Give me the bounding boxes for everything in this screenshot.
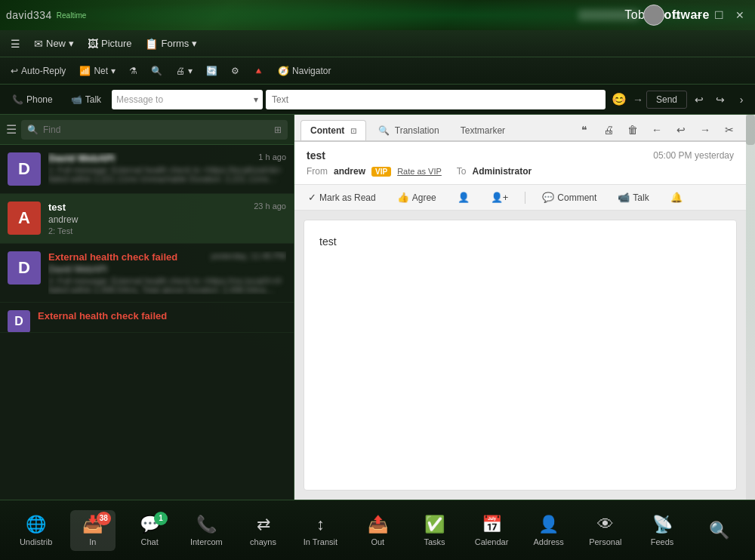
app-title: david334 (6, 9, 52, 21)
cut-toolbar-btn[interactable]: ✂ (719, 119, 740, 140)
notification-btn[interactable]: 🔔 (666, 189, 687, 205)
compose-bar: 📞 Phone 📹 Talk Message to ▾ 😊 → Send ↩ ↪… (0, 85, 755, 115)
print-btn[interactable]: 🖨 ▾ (170, 63, 199, 79)
filter-icon: ⚗ (129, 66, 137, 76)
sync-btn[interactable]: 🔄 (200, 63, 223, 79)
comment-btn[interactable]: 💬 Comment (538, 189, 601, 205)
sender-name: test (48, 202, 66, 213)
search-icon: 🔍 (27, 125, 39, 135)
undo-btn[interactable]: ↩ (690, 91, 708, 109)
settings-btn[interactable]: ⚙ (225, 63, 245, 79)
menu-new[interactable]: ✉ New ▾ (28, 35, 80, 53)
nav-tasks[interactable]: ✅ Tasks (412, 510, 458, 551)
tab-textmarker[interactable]: Textmarker (451, 121, 514, 140)
delete-toolbar-btn[interactable]: 🗑 (622, 119, 643, 140)
username-blurred (578, 10, 639, 20)
tab-translation[interactable]: 🔍 Translation (369, 121, 448, 140)
rate-vip-link[interactable]: Rate as VIP (397, 167, 442, 176)
maximize-button[interactable]: ☐ (710, 6, 728, 24)
nav-out[interactable]: 📤 Out (355, 510, 400, 551)
talk-btn[interactable]: 📹 Talk (63, 91, 109, 108)
video-icon: 📹 (618, 192, 630, 203)
search-bottom-icon: 🔍 (709, 521, 729, 540)
navigator-btn[interactable]: 🧭 Navigator (272, 63, 337, 79)
print-toolbar-btn[interactable]: 🖨 (598, 119, 619, 140)
agree-btn[interactable]: 👍 Agree (393, 189, 441, 205)
content-tabs: Content ⊡ 🔍 Translation Textmarker ❝ 🖨 🗑… (294, 115, 746, 142)
reply-toolbar-btn[interactable]: ← (646, 119, 667, 140)
message-detail-header: test 05:00 PM yesterday From andrew VIP … (294, 142, 746, 185)
search-toolbar-icon: 🔍 (151, 66, 162, 76)
message-preview: 2: Full message: External health check t… (48, 276, 286, 294)
menu-picture[interactable]: 🖼 Picture (82, 35, 137, 53)
main-content: ☰ 🔍 ⊞ D David WebAPI 1 h ago 1: Full mes… (0, 115, 755, 500)
close-button[interactable]: ✕ (731, 6, 749, 24)
nav-feeds[interactable]: 📡 Feeds (639, 510, 685, 551)
search-input[interactable] (43, 125, 270, 135)
contact-btn[interactable]: 👤 (453, 189, 474, 205)
bell-icon: 🔔 (670, 192, 683, 203)
calendar-icon: 📅 (482, 515, 502, 534)
nav-chat[interactable]: 1 💬 Chat (127, 510, 172, 551)
phone-btn[interactable]: 📞 Phone (5, 91, 60, 108)
message-to-dropdown[interactable]: Message to ▾ (112, 90, 263, 109)
nav-personal[interactable]: 👁 Personal (583, 510, 628, 551)
next-compose-btn[interactable]: › (732, 91, 750, 109)
scrollbar-thumb[interactable] (746, 115, 755, 145)
tab-content[interactable]: Content ⊡ (300, 120, 366, 140)
list-item[interactable]: D External health check failed (0, 303, 294, 333)
redo-btn[interactable]: ↪ (711, 91, 729, 109)
filter-icon[interactable]: ⊞ (274, 125, 282, 135)
dropdown-arrow-icon: ▾ (254, 94, 258, 105)
reply-all-toolbar-btn[interactable]: ↩ (670, 119, 692, 140)
message-body-text: test (319, 235, 337, 248)
menu-bar: ☰ ✉ New ▾ 🖼 Picture 📋 Forms ▾ (0, 30, 755, 57)
message-time: yesterday, 11:46 PM (211, 251, 286, 260)
emoji-icon[interactable]: 😊 (612, 92, 627, 106)
avatar: A (8, 202, 41, 235)
list-item[interactable]: D David WebAPI 1 h ago 1: Full message: … (0, 145, 294, 194)
nav-address[interactable]: 👤 Address (526, 510, 572, 551)
personal-icon: 👁 (597, 515, 614, 534)
address-icon: 👤 (538, 515, 559, 534)
comment-icon: 💬 (542, 192, 554, 203)
nav-in-transit[interactable]: ↕ In Transit (297, 510, 344, 551)
sender-name: External health check failed (48, 251, 177, 263)
message-time: 23 h ago (254, 202, 286, 211)
forward-toolbar-btn[interactable]: → (695, 119, 716, 140)
nav-chayns[interactable]: ⇄ chayns (241, 510, 286, 551)
nav-search[interactable]: 🔍 (696, 516, 741, 545)
nav-undistrib[interactable]: 🌐 Undistrib (14, 510, 59, 551)
mark-as-read-btn[interactable]: ✓ Mark as Read (304, 189, 381, 205)
auto-reply-btn[interactable]: ↩ Auto-Reply (5, 63, 72, 79)
right-panel: Content ⊡ 🔍 Translation Textmarker ❝ 🖨 🗑… (294, 115, 746, 500)
auto-reply-icon: ↩ (11, 66, 18, 76)
search-box[interactable]: 🔍 ⊞ (21, 120, 288, 140)
add-contact-btn[interactable]: 👤+ (486, 189, 513, 205)
nav-intercom[interactable]: 📞 Intercom (183, 510, 229, 551)
left-panel-header: ☰ 🔍 ⊞ (0, 115, 294, 145)
left-hamburger-icon[interactable]: ☰ (6, 122, 17, 137)
checkmark-icon: ✓ (308, 192, 316, 203)
menu-hamburger[interactable]: ☰ (5, 35, 26, 53)
send-button[interactable]: Send (646, 91, 687, 109)
compose-text-input[interactable] (266, 90, 606, 109)
nav-calendar[interactable]: 📅 Calendar (469, 510, 515, 551)
right-scrollbar[interactable] (746, 115, 755, 500)
avatar[interactable] (643, 5, 664, 26)
nav-in[interactable]: 38 📥 In (70, 510, 116, 551)
intercom-icon: 📞 (196, 515, 217, 534)
in-transit-icon: ↕ (316, 515, 325, 534)
search-toolbar-btn[interactable]: 🔍 (145, 63, 168, 79)
talk-action-btn[interactable]: 📹 Talk (613, 189, 653, 205)
net-btn[interactable]: 📶 Net ▾ (73, 63, 122, 79)
to-label: To (457, 166, 467, 177)
menu-forms[interactable]: 📋 Forms ▾ (139, 35, 203, 53)
list-item[interactable]: A test 23 h ago andrew 2: Test (0, 194, 294, 244)
action-divider (525, 192, 525, 204)
filter-btn[interactable]: ⚗ (123, 63, 143, 79)
flag-btn[interactable]: 🔺 (247, 63, 270, 79)
list-item[interactable]: D External health check failed yesterday… (0, 244, 294, 303)
quote-toolbar-btn[interactable]: ❝ (574, 119, 595, 140)
message-preview: 1: Full message: External health check t… (48, 165, 286, 183)
